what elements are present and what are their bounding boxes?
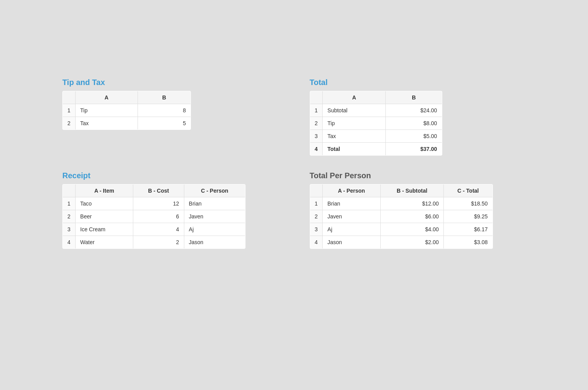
total-title: Total (310, 78, 526, 87)
table-row: 3 Aj $4.00 $6.17 (310, 223, 493, 236)
receipt-col-c-header: C - Person (184, 184, 245, 197)
receipt-col-b-header: B - Cost (133, 184, 184, 197)
receipt-item: Water (75, 236, 133, 249)
receipt-table: A - Item B - Cost C - Person 1 Taco 12 B… (62, 184, 245, 249)
corner-header (63, 91, 76, 104)
table-row: 4 Total $37.00 (310, 143, 442, 156)
receipt-item: Ice Cream (75, 223, 133, 236)
row-number: 3 (310, 130, 323, 143)
per-person-total: $18.50 (444, 197, 493, 210)
row-number: 2 (63, 210, 76, 223)
tip-and-tax-value: 5 (138, 117, 191, 130)
receipt-col-a-header: A - Item (75, 184, 133, 197)
table-row: 1 Subtotal $24.00 (310, 104, 442, 117)
per-person-subtotal: $6.00 (380, 210, 443, 223)
tip-and-tax-item: Tip (75, 104, 138, 117)
total-item: Tip (323, 117, 386, 130)
receipt-cost: 2 (133, 236, 184, 249)
receipt-item: Taco (75, 197, 133, 210)
per-person-total: $9.25 (444, 210, 493, 223)
per-person-col-b-header: B - Subtotal (380, 184, 443, 197)
total-value: $8.00 (386, 117, 442, 130)
row-number: 4 (310, 236, 323, 249)
row-number: 4 (63, 236, 76, 249)
total-item: Subtotal (323, 104, 386, 117)
receipt-person: Javen (184, 210, 245, 223)
receipt-section: Receipt A - Item B - Cost C - Person 1 T… (62, 171, 279, 249)
per-person-name: Brian (323, 197, 380, 210)
per-person-total: $3.08 (444, 236, 493, 249)
total-per-person-title: Total Per Person (310, 171, 526, 180)
per-person-total: $6.17 (444, 223, 493, 236)
per-person-subtotal: $2.00 (380, 236, 443, 249)
row-number: 1 (310, 104, 323, 117)
per-person-name: Jason (323, 236, 380, 249)
receipt-cost: 12 (133, 197, 184, 210)
table-row: 2 Beer 6 Javen (63, 210, 245, 223)
row-number: 1 (310, 197, 323, 210)
row-number: 3 (63, 223, 76, 236)
tip-and-tax-item: Tax (75, 117, 138, 130)
row-number: 1 (63, 104, 76, 117)
per-person-name: Aj (323, 223, 380, 236)
total-per-person-section: Total Per Person A - Person B - Subtotal… (310, 171, 526, 249)
tip-and-tax-table: A B 1 Tip 8 2 Tax 5 (62, 91, 191, 130)
total-col-a-header: A (323, 91, 386, 104)
receipt-title: Receipt (62, 171, 279, 180)
total-section: Total A B 1 Subtotal $24.00 2 Tip $8.00 … (310, 78, 526, 156)
total-value: $24.00 (386, 104, 442, 117)
receipt-cost: 4 (133, 223, 184, 236)
total-table: A B 1 Subtotal $24.00 2 Tip $8.00 3 Tax … (310, 91, 442, 156)
table-row: 2 Tax 5 (63, 117, 191, 130)
total-item: Tax (323, 130, 386, 143)
row-number: 2 (310, 117, 323, 130)
table-row: 1 Taco 12 Brian (63, 197, 245, 210)
row-number: 3 (310, 223, 323, 236)
receipt-cost: 6 (133, 210, 184, 223)
table-row: 3 Tax $5.00 (310, 130, 442, 143)
per-person-col-a-header: A - Person (323, 184, 380, 197)
receipt-person: Jason (184, 236, 245, 249)
receipt-person: Brian (184, 197, 245, 210)
tip-and-tax-col-a-header: A (75, 91, 138, 104)
row-number: 2 (63, 117, 76, 130)
per-person-name: Javen (323, 210, 380, 223)
receipt-item: Beer (75, 210, 133, 223)
total-item: Total (323, 143, 386, 156)
tip-and-tax-col-b-header: B (138, 91, 191, 104)
table-row: 2 Tip $8.00 (310, 117, 442, 130)
receipt-person: Aj (184, 223, 245, 236)
tip-and-tax-value: 8 (138, 104, 191, 117)
table-row: 3 Ice Cream 4 Aj (63, 223, 245, 236)
row-number: 1 (63, 197, 76, 210)
corner-header-per-person (310, 184, 323, 197)
corner-header-receipt (63, 184, 76, 197)
table-row: 2 Javen $6.00 $9.25 (310, 210, 493, 223)
total-value: $37.00 (386, 143, 442, 156)
tip-and-tax-section: Tip and Tax A B 1 Tip 8 2 Tax 5 (62, 78, 279, 156)
per-person-subtotal: $4.00 (380, 223, 443, 236)
table-row: 4 Water 2 Jason (63, 236, 245, 249)
row-number: 2 (310, 210, 323, 223)
total-per-person-table: A - Person B - Subtotal C - Total 1 Bria… (310, 184, 493, 249)
total-value: $5.00 (386, 130, 442, 143)
table-row: 1 Tip 8 (63, 104, 191, 117)
tip-and-tax-title: Tip and Tax (62, 78, 279, 87)
per-person-subtotal: $12.00 (380, 197, 443, 210)
table-row: 1 Brian $12.00 $18.50 (310, 197, 493, 210)
table-row: 4 Jason $2.00 $3.08 (310, 236, 493, 249)
row-number: 4 (310, 143, 323, 156)
per-person-col-c-header: C - Total (444, 184, 493, 197)
total-col-b-header: B (386, 91, 442, 104)
corner-header-total (310, 91, 323, 104)
